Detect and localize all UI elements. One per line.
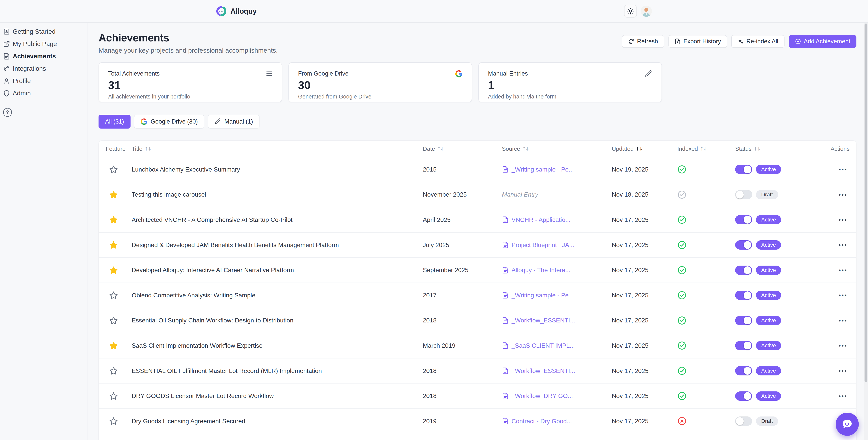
source-link[interactable]: Alloquy - The Intera... xyxy=(512,266,570,274)
vertical-scrollbar[interactable] xyxy=(864,23,868,440)
achievement-title[interactable]: Dry Goods Licensing Agreement Secured xyxy=(132,418,423,425)
export-history-button[interactable]: Export History xyxy=(669,35,727,48)
feature-cell[interactable] xyxy=(106,241,132,249)
feature-cell[interactable] xyxy=(106,165,132,174)
status-toggle[interactable] xyxy=(735,265,752,275)
source-link[interactable]: _Workflow_ESSENTI... xyxy=(512,317,575,324)
achievement-title[interactable]: Architected VNCHR - A Comprehensive AI S… xyxy=(132,216,423,223)
feature-star-icon[interactable] xyxy=(109,266,118,275)
source-cell[interactable]: Project Blueprint_ JA... xyxy=(502,242,612,249)
feature-cell[interactable] xyxy=(106,291,132,300)
column-title[interactable]: Title↑↓ xyxy=(132,146,423,152)
row-actions-button[interactable]: ••• xyxy=(838,393,847,399)
achievement-title[interactable]: Designed & Developed JAM Benefits Health… xyxy=(132,242,423,249)
achievement-title[interactable]: Oblend Competitive Analysis: Writing Sam… xyxy=(132,292,423,299)
feature-cell[interactable] xyxy=(106,190,132,199)
source-cell[interactable]: _Writing sample - Pe... xyxy=(502,292,612,299)
feature-cell[interactable] xyxy=(106,215,132,224)
status-toggle[interactable] xyxy=(735,190,752,199)
feature-star-icon[interactable] xyxy=(109,241,118,249)
source-link[interactable]: Contract - Dry Good... xyxy=(512,418,572,425)
theme-toggle-button[interactable] xyxy=(624,5,637,18)
feature-cell[interactable] xyxy=(106,266,132,275)
source-cell[interactable]: Contract - Dry Good... xyxy=(502,418,612,425)
scrollbar-thumb[interactable] xyxy=(865,24,867,382)
feature-star-icon[interactable] xyxy=(109,316,118,325)
filter-all[interactable]: All (31) xyxy=(98,115,130,129)
status-toggle[interactable] xyxy=(735,240,752,250)
sidebar-item-my-public-page[interactable]: My Public Page xyxy=(3,38,88,50)
row-actions-button[interactable]: ••• xyxy=(838,192,847,198)
feature-cell[interactable] xyxy=(106,366,132,375)
row-actions-button[interactable]: ••• xyxy=(838,217,847,223)
status-toggle[interactable] xyxy=(735,416,752,426)
feature-star-icon[interactable] xyxy=(109,291,118,300)
source-cell[interactable]: _Workflow_ESSENTI... xyxy=(502,367,612,375)
status-toggle[interactable] xyxy=(735,165,752,174)
status-toggle[interactable] xyxy=(735,366,752,375)
row-actions-button[interactable]: ••• xyxy=(838,267,847,273)
sidebar-item-admin[interactable]: Admin xyxy=(3,87,88,99)
filter-manual[interactable]: Manual (1) xyxy=(208,115,259,129)
achievement-title[interactable]: ESSENTIAL OIL Fulfillment Master Lot Rec… xyxy=(132,367,423,375)
sidebar-item-achievements[interactable]: Achievements xyxy=(3,50,88,62)
source-link[interactable]: _Writing sample - Pe... xyxy=(512,292,574,299)
column-date[interactable]: Date↑↓ xyxy=(423,146,502,152)
row-actions-button[interactable]: ••• xyxy=(838,343,847,349)
feature-star-icon[interactable] xyxy=(109,215,118,224)
user-avatar[interactable] xyxy=(641,6,652,17)
feature-star-icon[interactable] xyxy=(109,341,118,350)
sidebar-item-getting-started[interactable]: Getting Started xyxy=(3,26,88,38)
achievement-title[interactable]: Testing this image carousel xyxy=(132,191,423,198)
row-actions-button[interactable]: ••• xyxy=(838,292,847,298)
filter-google-drive[interactable]: Google Drive (30) xyxy=(134,115,205,129)
achievement-title[interactable]: Essential Oil Supply Chain Workflow: Des… xyxy=(132,317,423,324)
feature-star-icon[interactable] xyxy=(109,165,118,174)
source-cell[interactable]: Manual Entry xyxy=(502,191,612,198)
row-actions-button[interactable]: ••• xyxy=(838,166,847,172)
source-link[interactable]: _Workflow_ESSENTI... xyxy=(512,367,575,375)
reindex-all-button[interactable]: Re-index All xyxy=(731,35,784,48)
column-indexed[interactable]: Indexed↑↓ xyxy=(677,146,735,152)
source-cell[interactable]: VNCHR - Applicatio... xyxy=(502,216,612,223)
feature-star-icon[interactable] xyxy=(109,366,118,375)
feature-star-icon[interactable] xyxy=(109,417,118,426)
source-cell[interactable]: _Workflow_ESSENTI... xyxy=(502,317,612,324)
help-button[interactable]: ? xyxy=(3,108,12,117)
status-toggle[interactable] xyxy=(735,341,752,350)
source-cell[interactable]: _Workflow_DRY GO... xyxy=(502,392,612,400)
refresh-button[interactable]: Refresh xyxy=(622,35,664,48)
achievement-title[interactable]: Developed Alloquy: Interactive AI Career… xyxy=(132,266,423,274)
row-actions-button[interactable]: ••• xyxy=(838,368,847,374)
sidebar-item-integrations[interactable]: Integrations xyxy=(3,62,88,75)
source-cell[interactable]: Alloquy - The Intera... xyxy=(502,266,612,274)
source-cell[interactable]: _SaaS CLIENT IMPL... xyxy=(502,342,612,349)
column-source[interactable]: Source↑↓ xyxy=(502,146,612,152)
status-toggle[interactable] xyxy=(735,316,752,325)
achievement-title[interactable]: DRY GOODS Licensor Master Lot Record Wor… xyxy=(132,392,423,400)
feature-star-icon[interactable] xyxy=(109,190,118,199)
source-link[interactable]: _SaaS CLIENT IMPL... xyxy=(512,342,575,349)
source-link[interactable]: VNCHR - Applicatio... xyxy=(512,216,570,223)
status-toggle[interactable] xyxy=(735,391,752,401)
column-status[interactable]: Status↑↓ xyxy=(735,146,831,152)
feature-star-icon[interactable] xyxy=(109,391,118,401)
status-toggle[interactable] xyxy=(735,291,752,300)
feature-cell[interactable] xyxy=(106,417,132,426)
add-achievement-button[interactable]: Add Achievement xyxy=(789,35,857,48)
feature-cell[interactable] xyxy=(106,391,132,401)
row-actions-button[interactable]: ••• xyxy=(838,242,847,248)
chat-button[interactable] xyxy=(836,413,859,436)
source-cell[interactable]: _Writing sample - Pe... xyxy=(502,166,612,173)
source-link[interactable]: Manual Entry xyxy=(502,191,538,198)
feature-cell[interactable] xyxy=(106,316,132,325)
achievement-title[interactable]: Lunchbox Alchemy Executive Summary xyxy=(132,166,423,173)
achievement-title[interactable]: SaaS Client Implementation Workflow Expe… xyxy=(132,342,423,349)
source-link[interactable]: Project Blueprint_ JA... xyxy=(512,242,574,249)
status-toggle[interactable] xyxy=(735,215,752,224)
column-updated[interactable]: Updated↑↓ xyxy=(612,146,677,152)
row-actions-button[interactable]: ••• xyxy=(838,317,847,323)
source-link[interactable]: _Writing sample - Pe... xyxy=(512,166,574,173)
source-link[interactable]: _Workflow_DRY GO... xyxy=(512,392,573,400)
feature-cell[interactable] xyxy=(106,341,132,350)
